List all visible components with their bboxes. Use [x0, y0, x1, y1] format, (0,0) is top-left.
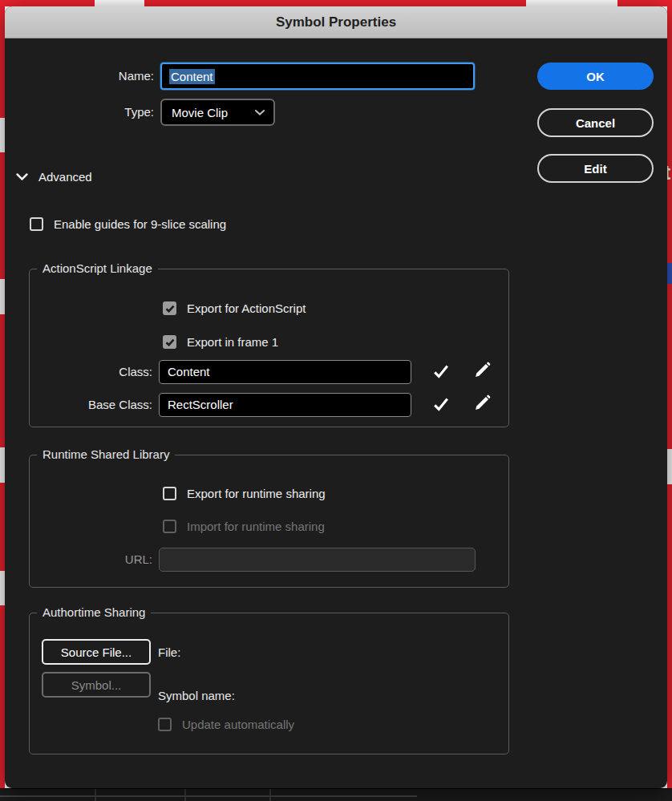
background-panel-strip — [0, 788, 672, 801]
check-icon — [165, 305, 175, 313]
type-dropdown-value: Movie Clip — [172, 106, 228, 119]
ok-button[interactable]: OK — [537, 63, 654, 90]
type-label: Type: — [5, 99, 154, 126]
nine-slice-label: Enable guides for 9-slice scaling — [54, 217, 226, 231]
nine-slice-checkbox[interactable] — [30, 217, 43, 231]
import-runtime-sharing-label: Import for runtime sharing — [187, 520, 325, 533]
class-input-value: Content — [168, 365, 210, 378]
url-input — [159, 548, 476, 572]
checkmark-icon — [432, 362, 450, 380]
symbol-name-label: Symbol name: — [158, 689, 235, 702]
dialog-title: Symbol Properties — [276, 14, 396, 30]
import-runtime-sharing-checkbox — [163, 520, 176, 533]
chevron-down-icon — [255, 110, 265, 115]
advanced-toggle[interactable]: Advanced — [16, 170, 92, 184]
base-class-edit-button[interactable] — [473, 394, 492, 412]
actionscript-linkage-legend: ActionScript Linkage — [37, 261, 158, 277]
check-icon — [165, 338, 175, 346]
export-runtime-sharing-row: Export for runtime sharing — [163, 487, 326, 500]
authortime-sharing-legend: Authortime Sharing — [37, 605, 151, 621]
update-automatically-row: Update automatically — [158, 718, 294, 731]
runtime-shared-library-legend: Runtime Shared Library — [37, 447, 175, 463]
export-in-frame-1-row: Export in frame 1 — [163, 335, 278, 349]
authortime-sharing-group: Authortime Sharing Source File... File: … — [29, 613, 509, 754]
background-panel-divider — [184, 789, 186, 801]
url-label: URL: — [30, 548, 152, 572]
source-file-button[interactable]: Source File... — [42, 639, 151, 665]
update-automatically-label: Update automatically — [182, 718, 294, 731]
export-in-frame-1-checkbox[interactable] — [163, 335, 176, 349]
name-label: Name: — [5, 63, 154, 90]
base-class-validate-button[interactable] — [432, 395, 450, 413]
name-input-selected-text: Content — [169, 69, 215, 84]
stage-stripe-right — [667, 0, 672, 801]
actionscript-linkage-group: ActionScript Linkage Export for ActionSc… — [29, 269, 509, 427]
export-runtime-sharing-label: Export for runtime sharing — [187, 487, 326, 500]
base-class-label: Base Class: — [30, 393, 152, 417]
class-edit-button[interactable] — [473, 361, 492, 379]
export-for-actionscript-row: Export for ActionScript — [163, 301, 306, 315]
runtime-shared-library-group: Runtime Shared Library Export for runtim… — [29, 455, 509, 588]
import-runtime-sharing-row: Import for runtime sharing — [163, 520, 325, 533]
advanced-label: Advanced — [38, 170, 92, 184]
name-input[interactable]: Content — [160, 63, 475, 90]
background-panel-divider — [95, 789, 96, 801]
class-validate-button[interactable] — [432, 362, 450, 380]
file-label: File: — [158, 645, 180, 659]
export-for-actionscript-checkbox[interactable] — [163, 301, 176, 315]
export-runtime-sharing-checkbox[interactable] — [163, 487, 176, 500]
symbol-properties-dialog: Symbol Properties Name: Content Type: Mo… — [5, 6, 667, 788]
base-class-input[interactable]: RectScroller — [159, 393, 411, 417]
export-in-frame-1-label: Export in frame 1 — [187, 335, 278, 349]
export-for-actionscript-label: Export for ActionScript — [187, 301, 306, 315]
symbol-button: Symbol... — [42, 672, 151, 698]
cancel-button[interactable]: Cancel — [537, 108, 654, 137]
update-automatically-checkbox — [158, 718, 172, 731]
checkmark-icon — [432, 395, 450, 413]
stage-stripe-top — [0, 0, 672, 6]
background-panel-divider — [269, 789, 271, 801]
pencil-icon — [473, 394, 492, 412]
class-label: Class: — [30, 360, 152, 384]
chevron-down-icon — [16, 173, 28, 180]
type-dropdown[interactable]: Movie Clip — [160, 99, 275, 126]
pencil-icon — [473, 361, 492, 379]
edit-button[interactable]: Edit — [537, 154, 654, 183]
background-panel-line — [0, 795, 417, 797]
dialog-titlebar[interactable]: Symbol Properties — [5, 6, 667, 38]
stage-blue-marker — [666, 263, 672, 284]
class-input[interactable]: Content — [159, 360, 411, 384]
base-class-input-value: RectScroller — [168, 398, 233, 411]
nine-slice-row: Enable guides for 9-slice scaling — [30, 217, 226, 231]
